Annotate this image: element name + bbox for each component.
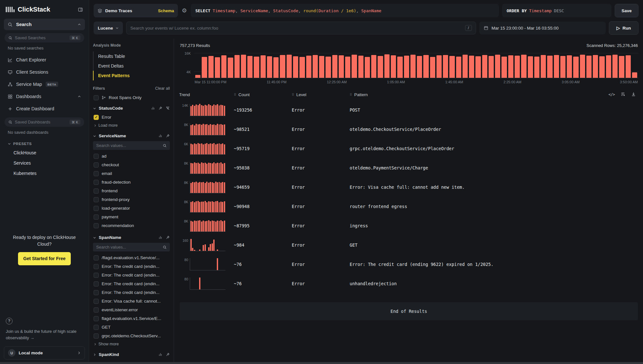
checkbox[interactable] [94, 95, 99, 100]
filter-group-header[interactable]: ServiceName [93, 130, 170, 141]
checkbox[interactable] [94, 115, 99, 120]
saved-searches-input[interactable]: Saved Searches ⌘ K [5, 33, 84, 42]
histogram-bar[interactable] [319, 56, 324, 78]
histogram-bar[interactable] [482, 55, 487, 78]
histogram-bar[interactable] [273, 57, 279, 78]
histogram-bar[interactable] [228, 58, 233, 78]
filter-value-row[interactable]: frontend [93, 187, 170, 195]
order-by-clause[interactable]: ORDER BY Timestamp DESC [502, 4, 611, 17]
pattern-row[interactable]: 8K~94659ErrorError: Visa cache full: can… [179, 177, 638, 197]
histogram-bar[interactable] [560, 56, 565, 78]
histogram-bar[interactable] [254, 57, 259, 78]
community-link[interactable]: Join us & build the future of high scale… [4, 328, 85, 346]
pin-icon[interactable] [166, 134, 170, 138]
histogram-bar[interactable] [241, 55, 246, 78]
checkbox[interactable] [94, 162, 99, 168]
checkbox[interactable] [94, 264, 99, 269]
histogram-bar[interactable] [501, 57, 507, 78]
histogram-bar[interactable] [313, 55, 318, 78]
clear-all-button[interactable]: Clear all [155, 86, 170, 91]
filter-value-row[interactable]: GET [93, 323, 170, 332]
create-dashboard-button[interactable]: Create Dashboard [4, 103, 85, 114]
histogram-bar[interactable] [469, 56, 474, 78]
filter-group-header[interactable]: StatusCode [93, 102, 170, 113]
servicename-search[interactable] [93, 141, 170, 150]
histogram-bar[interactable] [612, 55, 618, 78]
column-header-level[interactable]: ⠿ Level [292, 92, 350, 97]
drag-handle-icon[interactable]: ⠿ [350, 93, 352, 96]
load-more-button[interactable]: Load more [93, 122, 170, 128]
checkbox[interactable] [94, 307, 99, 313]
histogram-bar[interactable] [430, 57, 435, 78]
histogram-bar[interactable] [626, 55, 631, 78]
bar-chart-icon[interactable] [158, 352, 162, 357]
date-range-picker[interactable]: Mar 15 23:00:00 - Mar 16 03:55:00 [479, 22, 606, 34]
filter-value-row[interactable]: flagd.evaluation.v1.Service/E... [93, 314, 170, 323]
pattern-row[interactable]: 8K~90948Errorrouter frontend egress [179, 197, 638, 216]
histogram-bar[interactable] [391, 55, 396, 78]
drag-handle-icon[interactable]: ⠿ [292, 93, 294, 96]
filter-value-row[interactable]: frontend-proxy [93, 195, 170, 204]
histogram-bar[interactable] [332, 55, 337, 78]
checkbox[interactable] [94, 206, 99, 211]
checkbox[interactable] [94, 223, 99, 228]
preset-services[interactable]: Services [4, 158, 85, 168]
sidebar-item-client-sessions[interactable]: Client Sessions [4, 66, 85, 78]
histogram-bar[interactable] [528, 56, 533, 78]
histogram-bar[interactable] [593, 55, 598, 78]
histogram-bar[interactable] [534, 57, 539, 78]
run-button[interactable]: ▷ Run [609, 21, 638, 35]
checkbox[interactable] [94, 273, 99, 278]
histogram-bar[interactable] [345, 57, 350, 78]
save-button[interactable]: Save [615, 4, 638, 17]
histogram-bar[interactable] [443, 55, 448, 78]
checkbox[interactable] [94, 290, 99, 295]
filter-value-row[interactable]: email [93, 169, 170, 178]
pattern-row[interactable]: 8K~95038Erroroteldemo.PaymentService/Cha… [179, 158, 638, 177]
preset-kubernetes[interactable]: Kubernetes [4, 168, 85, 178]
preset-clickhouse[interactable]: ClickHouse [4, 148, 85, 158]
histogram-bar[interactable] [404, 56, 409, 78]
pattern-row[interactable]: 160~984ErrorGET [179, 235, 638, 255]
filter-value-row[interactable]: Error: Visa cache full: cannot... [93, 297, 170, 305]
histogram-bar[interactable] [358, 56, 363, 78]
filter-value-row[interactable]: Error: The credit card (endin... [93, 262, 170, 271]
checkbox[interactable] [94, 188, 99, 194]
histogram-bar[interactable] [195, 75, 200, 78]
root-spans-only-toggle[interactable]: Root Spans Only [93, 93, 170, 102]
histogram-bar[interactable] [280, 55, 285, 78]
pattern-row[interactable]: 80~76Errorunhandledrejection [179, 274, 638, 293]
event-search-input[interactable] [130, 26, 462, 31]
histogram-bar[interactable] [463, 55, 468, 78]
checkbox[interactable] [94, 333, 99, 339]
drag-handle-icon[interactable]: ⠿ [234, 93, 236, 96]
histogram-bar[interactable] [378, 56, 383, 78]
bar-chart-icon[interactable] [151, 106, 155, 110]
checkbox[interactable] [94, 154, 99, 159]
language-selector[interactable]: Lucene [94, 22, 123, 34]
histogram-bar[interactable] [586, 56, 592, 78]
filter-off-icon[interactable] [166, 106, 170, 110]
local-mode-button[interactable]: U Local mode [4, 346, 85, 359]
filter-value-row[interactable]: Error: The credit card (endin... [93, 271, 170, 279]
filter-value-row[interactable]: ad [93, 152, 170, 160]
histogram-bar[interactable] [580, 55, 585, 78]
histogram-bar[interactable] [436, 55, 442, 78]
filter-value-row[interactable]: fraud-detection [93, 178, 170, 187]
histogram-bar[interactable] [397, 57, 402, 78]
source-selector[interactable]: Demo Traces Schema [94, 4, 178, 17]
spanname-search[interactable] [93, 243, 170, 251]
code-icon[interactable]: </> [608, 92, 615, 96]
gear-icon[interactable]: ⚙ [181, 7, 188, 14]
sidebar-item-search[interactable]: Search [4, 19, 85, 30]
filter-value-row[interactable]: load-generator [93, 204, 170, 213]
histogram-bar[interactable] [234, 55, 240, 78]
pattern-row[interactable]: 14K~193256ErrorPOST [179, 100, 638, 120]
histogram-bar[interactable] [547, 56, 552, 78]
bar-chart-icon[interactable] [158, 134, 162, 138]
presets-header[interactable]: PRESETS [4, 138, 85, 148]
analysis-mode-event-patterns[interactable]: Event Patterns [93, 71, 170, 80]
histogram-bar[interactable] [515, 56, 520, 78]
analysis-mode-results-table[interactable]: Results Table [93, 51, 170, 61]
histogram-bar[interactable] [261, 55, 266, 78]
